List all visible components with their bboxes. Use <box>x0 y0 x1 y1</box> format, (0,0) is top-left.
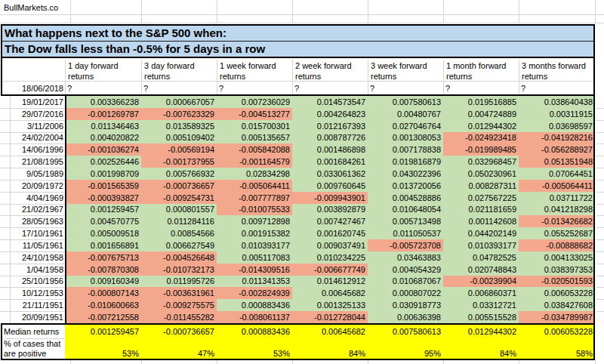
return-cell[interactable]: 0.04782525 <box>443 251 519 264</box>
return-cell[interactable]: 0.032968457 <box>443 156 519 168</box>
return-cell[interactable]: 0.003892879 <box>292 204 368 215</box>
return-cell[interactable]: -0.009254731 <box>141 192 217 204</box>
pending-cell[interactable]: ? <box>65 82 141 96</box>
return-cell[interactable]: 0.00480767 <box>368 108 443 120</box>
return-cell[interactable]: 0.004570775 <box>65 215 141 227</box>
return-cell[interactable]: 0.000667057 <box>141 96 217 108</box>
return-cell[interactable]: 0.00311915 <box>519 108 595 120</box>
return-cell[interactable]: 0.033061362 <box>292 168 368 180</box>
pending-cell[interactable]: ? <box>443 82 519 96</box>
return-cell[interactable]: 0.005009518 <box>65 227 141 239</box>
return-cell[interactable]: 0.011050537 <box>368 227 443 239</box>
return-cell[interactable]: 0.03711722 <box>519 192 595 204</box>
return-cell[interactable]: 0.001620745 <box>292 227 368 239</box>
return-cell[interactable]: -0.001269787 <box>65 108 141 120</box>
date-cell[interactable]: 9/05/1989 <box>0 168 65 180</box>
date-cell[interactable]: 3/11/2006 <box>0 120 65 132</box>
median-cell[interactable]: -0.000736657 <box>141 325 217 339</box>
return-cell[interactable]: -0.011455282 <box>141 311 217 323</box>
column-header[interactable]: 3 day forwardreturns <box>141 60 217 82</box>
return-cell[interactable]: -0.005723708 <box>368 239 443 251</box>
return-cell[interactable]: 0.004054329 <box>368 264 443 276</box>
return-cell[interactable]: 0.008287311 <box>443 180 519 192</box>
return-cell[interactable]: 0.005109402 <box>141 132 217 143</box>
return-cell[interactable]: 0.00645682 <box>292 287 368 299</box>
date-cell[interactable]: 4/04/1969 <box>0 192 65 204</box>
return-cell[interactable]: -0.010600663 <box>65 299 141 311</box>
return-cell[interactable]: 0.006053228 <box>519 287 595 299</box>
date-cell[interactable]: 20/09/1972 <box>0 180 65 192</box>
return-cell[interactable]: 0.051351948 <box>519 156 595 168</box>
return-cell[interactable]: 0.012944302 <box>443 120 519 132</box>
return-cell[interactable]: 0.010393177 <box>443 239 519 251</box>
return-cell[interactable]: 0.001325133 <box>292 299 368 311</box>
return-cell[interactable]: 0.001142608 <box>443 215 519 227</box>
date-cell[interactable]: 21/08/1995 <box>0 156 65 168</box>
return-cell[interactable]: 0.038427608 <box>519 299 595 311</box>
return-cell[interactable]: -0.009943901 <box>292 192 368 204</box>
date-cell[interactable]: 10/12/1953 <box>0 287 65 299</box>
return-cell[interactable]: 0.055252687 <box>519 227 595 239</box>
return-cell[interactable]: -0.014309516 <box>217 264 292 276</box>
return-cell[interactable]: 0.006627549 <box>141 239 217 251</box>
return-cell[interactable]: -0.00569194 <box>141 143 217 156</box>
return-cell[interactable]: 0.015700301 <box>217 120 292 132</box>
return-cell[interactable]: -0.007870308 <box>65 264 141 276</box>
return-cell[interactable]: 0.004133025 <box>519 251 595 264</box>
median-cell[interactable]: 0.00645682 <box>292 325 368 339</box>
return-cell[interactable]: 0.00636398 <box>368 311 443 323</box>
return-cell[interactable]: -0.019989485 <box>443 143 519 156</box>
return-cell[interactable]: 0.009760645 <box>292 180 368 192</box>
return-cell[interactable]: -0.005064411 <box>217 180 292 192</box>
return-cell[interactable]: 0.03312721 <box>443 299 519 311</box>
return-cell[interactable]: 0.00854566 <box>141 227 217 239</box>
return-cell[interactable]: -0.001737955 <box>141 156 217 168</box>
column-header[interactable]: 1 week forwardreturns <box>217 60 292 82</box>
return-cell[interactable]: -0.002824939 <box>217 287 292 299</box>
return-cell[interactable]: 0.011284116 <box>141 215 217 227</box>
positive-pct-cell[interactable]: 58% <box>519 348 595 359</box>
return-cell[interactable]: -0.034789987 <box>519 311 595 323</box>
return-cell[interactable]: 0.038640438 <box>519 96 595 108</box>
return-cell[interactable]: -0.024923418 <box>443 132 519 143</box>
return-cell[interactable]: 0.000807022 <box>368 287 443 299</box>
date-cell[interactable]: 24/10/1958 <box>0 251 65 264</box>
date-cell[interactable]: 21/11/1951 <box>0 299 65 311</box>
return-cell[interactable]: -0.005842088 <box>217 143 292 156</box>
return-cell[interactable]: 0.013589325 <box>141 120 217 132</box>
return-cell[interactable]: 0.010687067 <box>368 276 443 287</box>
return-cell[interactable]: 0.001486898 <box>292 143 368 156</box>
return-cell[interactable]: 0.009160349 <box>65 276 141 287</box>
return-cell[interactable]: 0.005713498 <box>368 215 443 227</box>
return-cell[interactable]: 0.001915382 <box>217 227 292 239</box>
return-cell[interactable]: -0.007212558 <box>65 311 141 323</box>
return-cell[interactable]: 0.011346463 <box>65 120 141 132</box>
return-cell[interactable]: 0.004528886 <box>368 192 443 204</box>
median-cell[interactable]: 0.000883436 <box>217 325 292 339</box>
return-cell[interactable]: -0.010732173 <box>141 264 217 276</box>
column-header[interactable]: 3 months forwardreturns <box>519 60 595 82</box>
return-cell[interactable]: 0.010234225 <box>292 251 368 264</box>
return-cell[interactable]: -0.003631961 <box>141 287 217 299</box>
return-cell[interactable]: 0.000883436 <box>217 299 292 311</box>
median-cell[interactable]: 0.001259457 <box>65 325 141 339</box>
positive-pct-cell[interactable]: 84% <box>443 348 519 359</box>
return-cell[interactable]: 0.003366238 <box>65 96 141 108</box>
return-cell[interactable]: -0.007777897 <box>217 192 292 204</box>
column-header[interactable]: 1 month forwardreturns <box>443 60 519 82</box>
pending-date-cell[interactable]: 18/06/2018 <box>10 82 65 96</box>
return-cell[interactable]: -0.006677749 <box>292 264 368 276</box>
return-cell[interactable]: 0.038397353 <box>519 264 595 276</box>
return-cell[interactable]: 0.027046764 <box>368 120 443 132</box>
return-cell[interactable]: 0.041218298 <box>519 204 595 215</box>
return-cell[interactable]: -0.00888682 <box>519 239 595 251</box>
pending-cell[interactable]: ? <box>217 82 292 96</box>
return-cell[interactable]: 0.07064451 <box>519 168 595 180</box>
return-cell[interactable]: -0.010075533 <box>217 204 292 215</box>
return-cell[interactable]: 0.007236029 <box>217 96 292 108</box>
date-cell[interactable]: 14/06/1996 <box>0 143 65 156</box>
return-cell[interactable]: -0.000393827 <box>65 192 141 204</box>
return-cell[interactable]: 0.021181659 <box>443 204 519 215</box>
positive-pct-cell[interactable]: 84% <box>292 348 368 359</box>
return-cell[interactable]: 0.007580613 <box>368 96 443 108</box>
